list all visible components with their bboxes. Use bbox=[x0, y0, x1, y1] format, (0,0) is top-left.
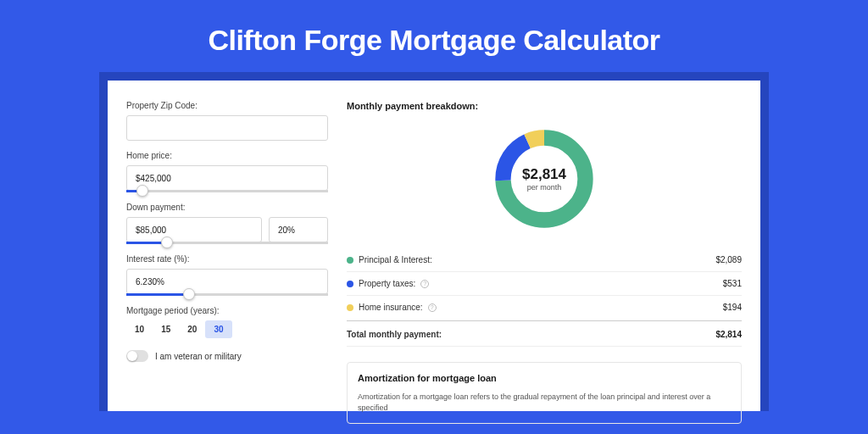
amortization-text: Amortization for a mortgage loan refers … bbox=[358, 392, 731, 413]
breakdown-label-text: Property taxes: bbox=[359, 279, 415, 288]
donut-center: $2,814 per month bbox=[490, 125, 598, 233]
down-payment-slider[interactable] bbox=[126, 242, 328, 244]
mortgage-period-label: Mortgage period (years): bbox=[126, 306, 328, 315]
period-option-10[interactable]: 10 bbox=[126, 320, 153, 338]
legend-swatch bbox=[347, 257, 353, 264]
breakdown-value: $531 bbox=[723, 279, 742, 288]
zip-label: Property Zip Code: bbox=[126, 101, 328, 110]
down-payment-group: Down payment: bbox=[126, 203, 328, 244]
input-panel: Property Zip Code: Home price: Down paym… bbox=[126, 101, 328, 411]
breakdown-list: Principal & Interest:$2,089Property taxe… bbox=[347, 248, 742, 319]
legend-swatch bbox=[347, 304, 353, 311]
help-icon[interactable]: ? bbox=[420, 280, 429, 288]
interest-rate-label: Interest rate (%): bbox=[126, 254, 328, 264]
period-option-20[interactable]: 20 bbox=[179, 320, 205, 338]
content-band: Property Zip Code: Home price: Down paym… bbox=[99, 72, 769, 411]
interest-rate-input[interactable] bbox=[126, 269, 328, 294]
breakdown-label-text: Home insurance: bbox=[359, 303, 423, 312]
breakdown-row: Principal & Interest:$2,089 bbox=[347, 248, 742, 272]
breakdown-row: Property taxes:?$531 bbox=[347, 272, 742, 296]
mortgage-period-group: Mortgage period (years): 10152030 bbox=[126, 306, 328, 338]
total-value: $2,814 bbox=[715, 330, 742, 339]
period-option-30[interactable]: 30 bbox=[205, 320, 231, 338]
down-payment-input[interactable] bbox=[126, 217, 262, 242]
zip-input[interactable] bbox=[126, 115, 328, 141]
veteran-row: I am veteran or military bbox=[126, 350, 328, 362]
veteran-toggle[interactable] bbox=[126, 350, 148, 362]
home-price-label: Home price: bbox=[126, 151, 328, 160]
home-price-slider-thumb[interactable] bbox=[136, 185, 148, 197]
page-title: Clifton Forge Mortgage Calculator bbox=[0, 0, 868, 72]
help-icon[interactable]: ? bbox=[428, 303, 437, 312]
calculator-card: Property Zip Code: Home price: Down paym… bbox=[108, 81, 760, 411]
home-price-input[interactable] bbox=[126, 165, 328, 191]
home-price-slider[interactable] bbox=[126, 190, 328, 192]
breakdown-value: $2,089 bbox=[715, 255, 742, 264]
veteran-label: I am veteran or military bbox=[155, 352, 242, 361]
total-row: Total monthly payment: $2,814 bbox=[347, 320, 742, 347]
donut-chart-wrap: $2,814 per month bbox=[347, 120, 742, 248]
breakdown-row-label: Principal & Interest: bbox=[347, 255, 432, 264]
interest-rate-slider-thumb[interactable] bbox=[183, 288, 195, 300]
interest-rate-slider[interactable] bbox=[126, 293, 328, 296]
breakdown-row-label: Home insurance:? bbox=[347, 303, 437, 312]
down-payment-label: Down payment: bbox=[126, 203, 328, 212]
breakdown-heading: Monthly payment breakdown: bbox=[347, 101, 742, 111]
total-label: Total monthly payment: bbox=[347, 330, 442, 339]
period-option-15[interactable]: 15 bbox=[153, 320, 179, 338]
down-payment-pct-input[interactable] bbox=[269, 217, 328, 242]
donut-chart: $2,814 per month bbox=[490, 125, 598, 233]
breakdown-value: $194 bbox=[723, 303, 742, 312]
donut-amount: $2,814 bbox=[522, 166, 566, 183]
mortgage-period-options: 10152030 bbox=[126, 320, 328, 338]
interest-rate-group: Interest rate (%): bbox=[126, 254, 328, 296]
donut-sub: per month bbox=[527, 183, 562, 192]
breakdown-row: Home insurance:?$194 bbox=[347, 296, 742, 319]
results-panel: Monthly payment breakdown: $2,814 per mo… bbox=[347, 101, 742, 411]
zip-group: Property Zip Code: bbox=[126, 101, 328, 141]
breakdown-row-label: Property taxes:? bbox=[347, 279, 429, 288]
breakdown-label-text: Principal & Interest: bbox=[359, 255, 432, 264]
amortization-box: Amortization for mortgage loan Amortizat… bbox=[347, 362, 742, 424]
legend-swatch bbox=[347, 281, 353, 287]
amortization-heading: Amortization for mortgage loan bbox=[358, 373, 731, 383]
home-price-group: Home price: bbox=[126, 151, 328, 192]
down-payment-slider-thumb[interactable] bbox=[161, 236, 173, 248]
